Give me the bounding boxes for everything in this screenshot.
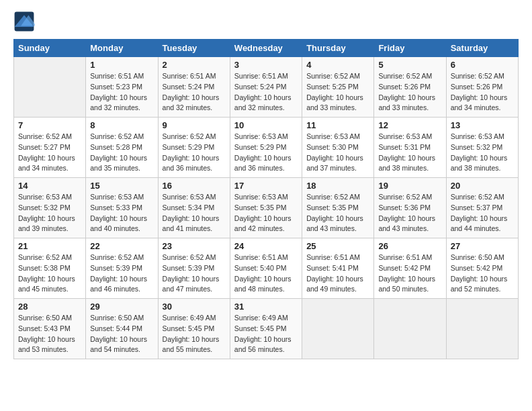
day-cell: 2Sunrise: 6:51 AM Sunset: 5:24 PM Daylig… — [158, 57, 230, 118]
header — [13, 11, 519, 32]
day-cell: 22Sunrise: 6:52 AM Sunset: 5:39 PM Dayli… — [86, 238, 158, 299]
day-info: Sunrise: 6:53 AM Sunset: 5:33 PM Dayligh… — [90, 192, 153, 234]
day-number: 4 — [306, 60, 369, 70]
day-number: 9 — [163, 120, 226, 130]
day-cell: 17Sunrise: 6:53 AM Sunset: 5:35 PM Dayli… — [230, 178, 302, 238]
day-info: Sunrise: 6:52 AM Sunset: 5:39 PM Dayligh… — [90, 253, 153, 295]
day-info: Sunrise: 6:51 AM Sunset: 5:24 PM Dayligh… — [234, 71, 298, 113]
day-number: 17 — [234, 181, 298, 191]
day-info: Sunrise: 6:53 AM Sunset: 5:31 PM Dayligh… — [378, 132, 441, 174]
day-info: Sunrise: 6:51 AM Sunset: 5:40 PM Dayligh… — [234, 253, 298, 295]
day-number: 29 — [90, 302, 153, 312]
day-info: Sunrise: 6:50 AM Sunset: 5:44 PM Dayligh… — [90, 313, 153, 355]
calendar-table: SundayMondayTuesdayWednesdayThursdayFrid… — [13, 39, 519, 359]
day-cell: 11Sunrise: 6:53 AM Sunset: 5:30 PM Dayli… — [302, 118, 374, 178]
header-cell-friday: Friday — [374, 40, 446, 57]
day-number: 26 — [378, 241, 441, 251]
day-number: 27 — [451, 241, 514, 251]
day-info: Sunrise: 6:51 AM Sunset: 5:41 PM Dayligh… — [306, 253, 369, 295]
day-info: Sunrise: 6:52 AM Sunset: 5:35 PM Dayligh… — [306, 192, 369, 234]
day-number: 14 — [18, 181, 81, 191]
day-info: Sunrise: 6:53 AM Sunset: 5:29 PM Dayligh… — [234, 132, 298, 174]
day-cell: 29Sunrise: 6:50 AM Sunset: 5:44 PM Dayli… — [86, 299, 158, 359]
day-number: 16 — [163, 181, 226, 191]
header-cell-tuesday: Tuesday — [158, 40, 230, 57]
week-row-5: 28Sunrise: 6:50 AM Sunset: 5:43 PM Dayli… — [14, 299, 519, 359]
day-info: Sunrise: 6:52 AM Sunset: 5:36 PM Dayligh… — [378, 192, 441, 234]
day-info: Sunrise: 6:49 AM Sunset: 5:45 PM Dayligh… — [234, 313, 298, 355]
day-cell: 13Sunrise: 6:53 AM Sunset: 5:32 PM Dayli… — [446, 118, 518, 178]
calendar-container: SundayMondayTuesdayWednesdayThursdayFrid… — [0, 0, 532, 366]
day-number: 10 — [234, 120, 298, 130]
day-cell: 3Sunrise: 6:51 AM Sunset: 5:24 PM Daylig… — [230, 57, 302, 118]
day-number: 7 — [18, 120, 81, 130]
day-number: 22 — [90, 241, 153, 251]
day-info: Sunrise: 6:52 AM Sunset: 5:25 PM Dayligh… — [306, 71, 369, 113]
day-number: 21 — [18, 241, 81, 251]
day-number: 1 — [90, 60, 153, 70]
day-info: Sunrise: 6:51 AM Sunset: 5:24 PM Dayligh… — [163, 71, 226, 113]
day-cell: 5Sunrise: 6:52 AM Sunset: 5:26 PM Daylig… — [374, 57, 446, 118]
day-number: 25 — [306, 241, 369, 251]
logo — [13, 11, 38, 32]
header-cell-thursday: Thursday — [302, 40, 374, 57]
day-number: 28 — [18, 302, 81, 312]
day-info: Sunrise: 6:53 AM Sunset: 5:30 PM Dayligh… — [306, 132, 369, 174]
day-number: 5 — [378, 60, 441, 70]
day-cell — [374, 299, 446, 359]
day-info: Sunrise: 6:52 AM Sunset: 5:27 PM Dayligh… — [18, 132, 81, 174]
day-cell: 26Sunrise: 6:51 AM Sunset: 5:42 PM Dayli… — [374, 238, 446, 299]
day-cell: 24Sunrise: 6:51 AM Sunset: 5:40 PM Dayli… — [230, 238, 302, 299]
day-info: Sunrise: 6:52 AM Sunset: 5:26 PM Dayligh… — [451, 71, 514, 113]
day-cell — [446, 299, 518, 359]
day-cell: 18Sunrise: 6:52 AM Sunset: 5:35 PM Dayli… — [302, 178, 374, 238]
day-number: 23 — [163, 241, 226, 251]
header-cell-wednesday: Wednesday — [230, 40, 302, 57]
day-info: Sunrise: 6:51 AM Sunset: 5:23 PM Dayligh… — [90, 71, 153, 113]
day-cell: 10Sunrise: 6:53 AM Sunset: 5:29 PM Dayli… — [230, 118, 302, 178]
day-info: Sunrise: 6:53 AM Sunset: 5:35 PM Dayligh… — [234, 192, 298, 234]
day-cell: 1Sunrise: 6:51 AM Sunset: 5:23 PM Daylig… — [86, 57, 158, 118]
day-info: Sunrise: 6:52 AM Sunset: 5:38 PM Dayligh… — [18, 253, 81, 295]
day-info: Sunrise: 6:52 AM Sunset: 5:37 PM Dayligh… — [451, 192, 514, 234]
day-cell — [14, 57, 86, 118]
day-cell: 30Sunrise: 6:49 AM Sunset: 5:45 PM Dayli… — [158, 299, 230, 359]
day-cell: 8Sunrise: 6:52 AM Sunset: 5:28 PM Daylig… — [86, 118, 158, 178]
header-row: SundayMondayTuesdayWednesdayThursdayFrid… — [14, 40, 519, 57]
day-number: 15 — [90, 181, 153, 191]
day-number: 6 — [451, 60, 514, 70]
day-number: 24 — [234, 241, 298, 251]
day-number: 31 — [234, 302, 298, 312]
day-number: 8 — [90, 120, 153, 130]
day-cell: 19Sunrise: 6:52 AM Sunset: 5:36 PM Dayli… — [374, 178, 446, 238]
day-info: Sunrise: 6:52 AM Sunset: 5:39 PM Dayligh… — [163, 253, 226, 295]
day-info: Sunrise: 6:51 AM Sunset: 5:42 PM Dayligh… — [378, 253, 441, 295]
day-number: 12 — [378, 120, 441, 130]
header-cell-sunday: Sunday — [14, 40, 86, 57]
header-cell-monday: Monday — [86, 40, 158, 57]
week-row-4: 21Sunrise: 6:52 AM Sunset: 5:38 PM Dayli… — [14, 238, 519, 299]
day-cell: 27Sunrise: 6:50 AM Sunset: 5:42 PM Dayli… — [446, 238, 518, 299]
day-cell: 6Sunrise: 6:52 AM Sunset: 5:26 PM Daylig… — [446, 57, 518, 118]
day-cell: 14Sunrise: 6:53 AM Sunset: 5:32 PM Dayli… — [14, 178, 86, 238]
week-row-2: 7Sunrise: 6:52 AM Sunset: 5:27 PM Daylig… — [14, 118, 519, 178]
logo-icon — [13, 11, 35, 32]
day-cell: 7Sunrise: 6:52 AM Sunset: 5:27 PM Daylig… — [14, 118, 86, 178]
day-cell: 23Sunrise: 6:52 AM Sunset: 5:39 PM Dayli… — [158, 238, 230, 299]
day-number: 11 — [306, 120, 369, 130]
day-cell: 4Sunrise: 6:52 AM Sunset: 5:25 PM Daylig… — [302, 57, 374, 118]
day-info: Sunrise: 6:52 AM Sunset: 5:28 PM Dayligh… — [90, 132, 153, 174]
day-info: Sunrise: 6:52 AM Sunset: 5:29 PM Dayligh… — [163, 132, 226, 174]
header-cell-saturday: Saturday — [446, 40, 518, 57]
day-cell: 21Sunrise: 6:52 AM Sunset: 5:38 PM Dayli… — [14, 238, 86, 299]
day-number: 30 — [163, 302, 226, 312]
day-number: 20 — [451, 181, 514, 191]
day-info: Sunrise: 6:53 AM Sunset: 5:32 PM Dayligh… — [18, 192, 81, 234]
day-cell: 31Sunrise: 6:49 AM Sunset: 5:45 PM Dayli… — [230, 299, 302, 359]
week-row-3: 14Sunrise: 6:53 AM Sunset: 5:32 PM Dayli… — [14, 178, 519, 238]
week-row-1: 1Sunrise: 6:51 AM Sunset: 5:23 PM Daylig… — [14, 57, 519, 118]
day-info: Sunrise: 6:49 AM Sunset: 5:45 PM Dayligh… — [163, 313, 226, 355]
day-cell: 15Sunrise: 6:53 AM Sunset: 5:33 PM Dayli… — [86, 178, 158, 238]
day-cell: 25Sunrise: 6:51 AM Sunset: 5:41 PM Dayli… — [302, 238, 374, 299]
day-number: 3 — [234, 60, 298, 70]
